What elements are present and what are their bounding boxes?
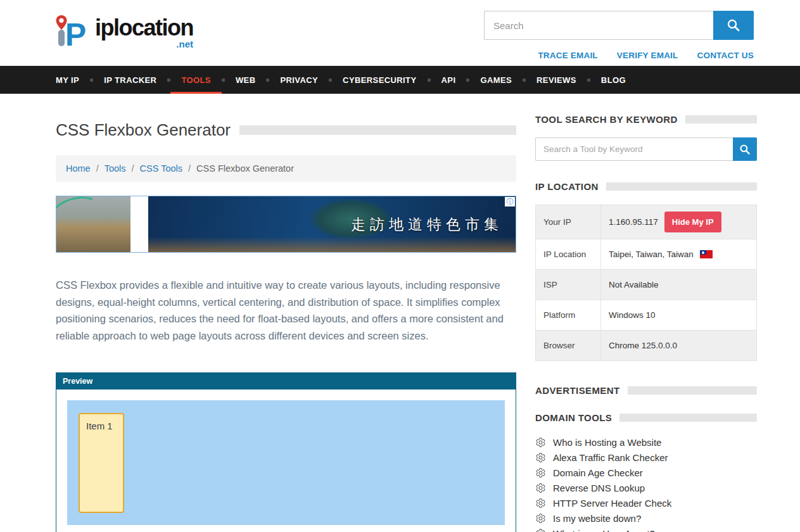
browser-value: Chrome 125.0.0.0 [609,341,677,350]
ip-row-label: Browser [536,331,601,360]
tool-search-input[interactable] [535,137,733,161]
domain-tool-link-reverse-dns[interactable]: Reverse DNS Lookup [535,483,757,493]
ip-row-label: Your IP [536,205,601,239]
title-decorative-bar [239,125,516,135]
ad-main-image: 走訪地道特色市集 [148,196,516,252]
search-icon [727,18,740,32]
logo-text: iplocation .net [95,16,193,49]
ad-text: 走訪地道特色市集 [351,215,516,234]
nav-item-tools[interactable]: TOOLS [170,66,222,94]
nav-item-cybersecurity[interactable]: CYBERSECURITY [332,66,427,94]
ip-row-label: Platform [536,300,601,330]
advertisement-heading-row: ADVERTISEMENT [535,385,757,396]
header-links: TRACE EMAIL VERIFY EMAIL CONTACT US [538,51,754,60]
ip-row-value: Taipei, Taiwan, Taiwan [601,239,756,269]
domain-tool-link-user-agent[interactable]: What is my User Agent? [535,528,757,532]
header-right: TRACE EMAIL VERIFY EMAIL CONTACT US [484,6,754,60]
heading-decorative-bar [628,386,757,395]
gear-icon [535,513,546,524]
tool-search-heading: TOOL SEARCH BY KEYWORD [535,114,678,125]
ip-row-value: 1.160.95.117 Hide My IP [601,205,756,239]
gear-icon [535,498,546,509]
nav-item-web[interactable]: WEB [225,66,267,94]
nav-item-my-ip[interactable]: MY IP [45,66,90,94]
logo-word: iplocation [95,16,193,39]
preview-panel-body: Item 1 [56,390,516,532]
ip-location-value: Taipei, Taiwan, Taiwan [609,250,694,259]
breadcrumb-current: CSS Flexbox Generator [196,163,294,174]
preview-panel: Preview Item 1 [56,372,516,532]
ip-location-heading: IP LOCATION [535,181,599,192]
flex-preview-item[interactable]: Item 1 [79,413,124,513]
ad-banner[interactable]: 走訪地道特色市集 ⓘ [56,196,516,253]
platform-value: Windows 10 [609,310,656,320]
nav-item-api[interactable]: API [431,66,467,94]
domain-tool-label: Reverse DNS Lookup [553,483,645,493]
content: CSS Flexbox Generator Home / Tools / CSS… [0,94,800,532]
domain-tool-link-http-header[interactable]: HTTP Server Header Check [535,498,757,509]
ad-thumbnail-image [56,196,130,252]
your-ip-value: 1.160.95.117 [609,217,658,227]
ip-row-value: Not Available [601,270,756,300]
breadcrumb-separator: / [132,163,134,174]
tool-search-button[interactable] [733,137,757,161]
advertisement-heading: ADVERTISEMENT [535,385,620,396]
ad-gap [130,196,148,252]
nav-item-reviews[interactable]: REVIEWS [526,66,587,94]
heading-decorative-bar [685,115,757,124]
ip-row-label: ISP [536,270,601,300]
heading-decorative-bar [619,414,757,422]
page-description: CSS Flexbox provides a flexible and intu… [56,277,516,345]
domain-tools-heading-row: DOMAIN TOOLS [535,412,757,423]
table-row: IP Location Taipei, Taiwan, Taiwan [536,239,756,270]
trace-email-link[interactable]: TRACE EMAIL [538,51,597,60]
domain-tool-label: Is my website down? [553,513,641,524]
breadcrumb-separator: / [188,163,191,174]
domain-tool-label: Who is Hosting a Website [553,437,661,448]
ip-row-value: Windows 10 [601,300,756,330]
domain-tool-link-domain-age[interactable]: Domain Age Checker [535,467,757,478]
preview-panel-header: Preview [56,373,516,390]
domain-tools-heading: DOMAIN TOOLS [535,412,612,423]
main-nav: MY IP IP TRACKER TOOLS WEB PRIVACY CYBER… [0,66,800,94]
breadcrumb: Home / Tools / CSS Tools / CSS Flexbox G… [56,155,516,182]
ip-location-table: Your IP 1.160.95.117 Hide My IP IP Locat… [535,205,757,361]
logo-pin-icon: P [56,14,92,52]
domain-tool-link-alexa-rank[interactable]: Alexa Traffic Rank Checker [535,452,757,463]
svg-text:P: P [65,17,86,52]
verify-email-link[interactable]: VERIFY EMAIL [617,51,678,60]
table-row: ISP Not Available [536,270,756,300]
breadcrumb-css-tools[interactable]: CSS Tools [140,163,182,174]
breadcrumb-home[interactable]: Home [66,163,91,174]
nav-item-games[interactable]: GAMES [469,66,523,94]
site-search-input[interactable] [484,11,713,40]
ip-row-label: IP Location [536,239,601,269]
heading-decorative-bar [606,182,757,191]
tool-search [535,137,757,161]
breadcrumb-separator: / [96,163,99,174]
flex-preview-container: Item 1 [67,400,505,525]
domain-tool-link-website-down[interactable]: Is my website down? [535,513,757,524]
logo[interactable]: P iplocation .net [56,14,193,52]
ip-row-value: Chrome 125.0.0.0 [601,331,756,360]
contact-us-link[interactable]: CONTACT US [697,51,754,60]
table-row: Browser Chrome 125.0.0.0 [536,331,756,360]
page-title: CSS Flexbox Generator [56,120,231,140]
search-icon [739,144,751,155]
domain-tool-label: Domain Age Checker [553,467,643,478]
site-search-button[interactable] [713,11,754,40]
isp-value: Not Available [609,280,659,289]
domain-tools-list: Who is Hosting a Website Alexa Traffic R… [535,437,757,532]
ad-info-icon[interactable]: ⓘ [505,197,515,206]
breadcrumb-tools[interactable]: Tools [105,163,126,174]
taiwan-flag-icon [700,250,713,258]
hide-my-ip-button[interactable]: Hide My IP [664,212,721,232]
nav-item-ip-tracker[interactable]: IP TRACKER [93,66,167,94]
nav-item-privacy[interactable]: PRIVACY [269,66,329,94]
domain-tool-link-hosting[interactable]: Who is Hosting a Website [535,437,757,448]
gear-icon [535,437,546,448]
domain-tool-label: Alexa Traffic Rank Checker [553,452,668,463]
nav-item-blog[interactable]: BLOG [590,66,637,94]
main-column: CSS Flexbox Generator Home / Tools / CSS… [56,111,516,532]
site-search [484,11,754,40]
